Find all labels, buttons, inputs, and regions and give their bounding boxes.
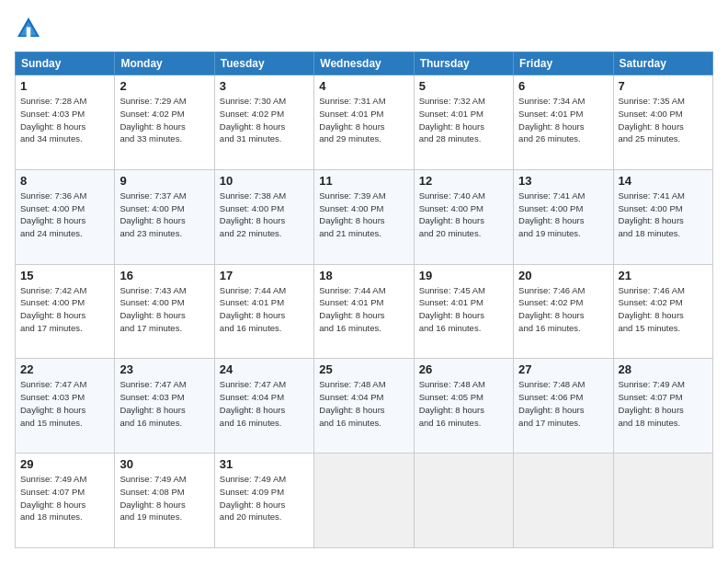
day-number: 3 (220, 79, 309, 93)
day-number: 7 (619, 79, 708, 93)
calendar-row-2: 15Sunrise: 7:42 AM Sunset: 4:00 PM Dayli… (16, 264, 713, 359)
day-info: Sunrise: 7:44 AM Sunset: 4:01 PM Dayligh… (220, 284, 309, 335)
day-info: Sunrise: 7:48 AM Sunset: 4:06 PM Dayligh… (518, 378, 608, 429)
svg-rect-2 (27, 28, 31, 38)
calendar-header-wednesday: Wednesday (314, 52, 414, 75)
calendar-cell-day-10: 10Sunrise: 7:38 AM Sunset: 4:00 PM Dayli… (214, 169, 313, 264)
calendar-table: SundayMondayTuesdayWednesdayThursdayFrid… (15, 52, 713, 548)
day-number: 5 (419, 79, 508, 93)
calendar-cell-day-15: 15Sunrise: 7:42 AM Sunset: 4:00 PM Dayli… (16, 264, 115, 359)
calendar-header-saturday: Saturday (613, 52, 712, 75)
calendar-row-1: 8Sunrise: 7:36 AM Sunset: 4:00 PM Daylig… (16, 169, 713, 264)
calendar-cell-day-22: 22Sunrise: 7:47 AM Sunset: 4:03 PM Dayli… (16, 359, 115, 454)
day-info: Sunrise: 7:46 AM Sunset: 4:02 PM Dayligh… (518, 284, 608, 335)
calendar-cell-day-25: 25Sunrise: 7:48 AM Sunset: 4:04 PM Dayli… (314, 359, 414, 454)
calendar-row-3: 22Sunrise: 7:47 AM Sunset: 4:03 PM Dayli… (16, 359, 713, 454)
calendar-cell-day-2: 2Sunrise: 7:29 AM Sunset: 4:02 PM Daylig… (115, 75, 214, 170)
day-info: Sunrise: 7:48 AM Sunset: 4:05 PM Dayligh… (419, 378, 508, 429)
calendar-row-0: 1Sunrise: 7:28 AM Sunset: 4:03 PM Daylig… (16, 75, 713, 170)
calendar-cell-day-12: 12Sunrise: 7:40 AM Sunset: 4:00 PM Dayli… (414, 169, 513, 264)
day-number: 16 (119, 269, 209, 282)
day-info: Sunrise: 7:31 AM Sunset: 4:01 PM Dayligh… (319, 95, 408, 145)
calendar-cell-day-28: 28Sunrise: 7:49 AM Sunset: 4:07 PM Dayli… (613, 359, 712, 454)
day-number: 4 (319, 79, 408, 93)
page: SundayMondayTuesdayWednesdayThursdayFrid… (0, 0, 728, 563)
calendar-cell-day-20: 20Sunrise: 7:46 AM Sunset: 4:02 PM Dayli… (514, 264, 613, 359)
day-info: Sunrise: 7:38 AM Sunset: 4:00 PM Dayligh… (220, 190, 309, 240)
day-number: 31 (220, 457, 309, 471)
day-number: 10 (220, 174, 309, 188)
day-number: 20 (518, 269, 608, 282)
day-info: Sunrise: 7:29 AM Sunset: 4:02 PM Dayligh… (119, 95, 209, 145)
calendar-cell-day-23: 23Sunrise: 7:47 AM Sunset: 4:03 PM Dayli… (115, 359, 214, 454)
day-info: Sunrise: 7:49 AM Sunset: 4:07 PM Dayligh… (20, 473, 109, 523)
day-info: Sunrise: 7:46 AM Sunset: 4:02 PM Dayligh… (619, 284, 708, 335)
day-info: Sunrise: 7:37 AM Sunset: 4:00 PM Dayligh… (119, 190, 209, 240)
calendar-cell-day-27: 27Sunrise: 7:48 AM Sunset: 4:06 PM Dayli… (514, 359, 613, 454)
calendar-cell-day-30: 30Sunrise: 7:49 AM Sunset: 4:08 PM Dayli… (115, 454, 214, 548)
day-number: 21 (619, 269, 708, 282)
calendar-header-monday: Monday (115, 52, 214, 75)
day-number: 25 (319, 362, 408, 376)
calendar-header-sunday: Sunday (16, 52, 115, 75)
day-number: 27 (518, 362, 608, 376)
calendar-cell-day-16: 16Sunrise: 7:43 AM Sunset: 4:00 PM Dayli… (115, 264, 214, 359)
calendar-cell-day-7: 7Sunrise: 7:35 AM Sunset: 4:00 PM Daylig… (613, 75, 712, 170)
day-number: 22 (20, 362, 109, 376)
calendar-cell-day-1: 1Sunrise: 7:28 AM Sunset: 4:03 PM Daylig… (16, 75, 115, 170)
calendar-cell-day-9: 9Sunrise: 7:37 AM Sunset: 4:00 PM Daylig… (115, 169, 214, 264)
day-number: 23 (119, 362, 209, 376)
day-number: 15 (20, 269, 109, 282)
day-number: 6 (518, 79, 608, 93)
day-info: Sunrise: 7:28 AM Sunset: 4:03 PM Dayligh… (20, 95, 109, 145)
calendar-cell-empty (613, 454, 712, 548)
calendar-cell-day-14: 14Sunrise: 7:41 AM Sunset: 4:00 PM Dayli… (613, 169, 712, 264)
calendar-cell-day-24: 24Sunrise: 7:47 AM Sunset: 4:04 PM Dayli… (214, 359, 313, 454)
day-number: 19 (419, 269, 508, 282)
day-info: Sunrise: 7:49 AM Sunset: 4:09 PM Dayligh… (220, 473, 309, 523)
day-number: 17 (220, 269, 309, 282)
header (15, 15, 713, 42)
calendar-header-friday: Friday (514, 52, 613, 75)
logo-icon (15, 15, 42, 42)
calendar-cell-empty (514, 454, 613, 548)
day-info: Sunrise: 7:49 AM Sunset: 4:08 PM Dayligh… (119, 473, 209, 523)
calendar-cell-day-21: 21Sunrise: 7:46 AM Sunset: 4:02 PM Dayli… (613, 264, 712, 359)
day-number: 13 (518, 174, 608, 188)
day-number: 11 (319, 174, 408, 188)
day-number: 14 (619, 174, 708, 188)
calendar-cell-day-11: 11Sunrise: 7:39 AM Sunset: 4:00 PM Dayli… (314, 169, 414, 264)
calendar-cell-day-3: 3Sunrise: 7:30 AM Sunset: 4:02 PM Daylig… (214, 75, 313, 170)
day-info: Sunrise: 7:48 AM Sunset: 4:04 PM Dayligh… (319, 378, 408, 429)
day-number: 9 (119, 174, 209, 188)
day-number: 26 (419, 362, 508, 376)
day-info: Sunrise: 7:43 AM Sunset: 4:00 PM Dayligh… (119, 284, 209, 335)
logo (15, 15, 44, 42)
calendar-header-tuesday: Tuesday (214, 52, 313, 75)
day-info: Sunrise: 7:47 AM Sunset: 4:03 PM Dayligh… (20, 378, 109, 429)
day-info: Sunrise: 7:34 AM Sunset: 4:01 PM Dayligh… (518, 95, 608, 145)
day-number: 30 (119, 457, 209, 471)
calendar-cell-day-17: 17Sunrise: 7:44 AM Sunset: 4:01 PM Dayli… (214, 264, 313, 359)
day-info: Sunrise: 7:35 AM Sunset: 4:00 PM Dayligh… (619, 95, 708, 145)
day-info: Sunrise: 7:42 AM Sunset: 4:00 PM Dayligh… (20, 284, 109, 335)
calendar-cell-empty (314, 454, 414, 548)
calendar-header-row: SundayMondayTuesdayWednesdayThursdayFrid… (16, 52, 713, 75)
day-info: Sunrise: 7:36 AM Sunset: 4:00 PM Dayligh… (20, 190, 109, 240)
calendar-cell-day-31: 31Sunrise: 7:49 AM Sunset: 4:09 PM Dayli… (214, 454, 313, 548)
day-info: Sunrise: 7:39 AM Sunset: 4:00 PM Dayligh… (319, 190, 408, 240)
calendar-cell-day-4: 4Sunrise: 7:31 AM Sunset: 4:01 PM Daylig… (314, 75, 414, 170)
calendar-row-4: 29Sunrise: 7:49 AM Sunset: 4:07 PM Dayli… (16, 454, 713, 548)
day-number: 18 (319, 269, 408, 282)
calendar-cell-day-8: 8Sunrise: 7:36 AM Sunset: 4:00 PM Daylig… (16, 169, 115, 264)
calendar-cell-day-29: 29Sunrise: 7:49 AM Sunset: 4:07 PM Dayli… (16, 454, 115, 548)
day-info: Sunrise: 7:30 AM Sunset: 4:02 PM Dayligh… (220, 95, 309, 145)
day-info: Sunrise: 7:32 AM Sunset: 4:01 PM Dayligh… (419, 95, 508, 145)
calendar-header-thursday: Thursday (414, 52, 513, 75)
day-info: Sunrise: 7:44 AM Sunset: 4:01 PM Dayligh… (319, 284, 408, 335)
calendar-cell-day-6: 6Sunrise: 7:34 AM Sunset: 4:01 PM Daylig… (514, 75, 613, 170)
calendar-cell-day-19: 19Sunrise: 7:45 AM Sunset: 4:01 PM Dayli… (414, 264, 513, 359)
calendar-cell-empty (414, 454, 513, 548)
calendar-cell-day-18: 18Sunrise: 7:44 AM Sunset: 4:01 PM Dayli… (314, 264, 414, 359)
day-info: Sunrise: 7:45 AM Sunset: 4:01 PM Dayligh… (419, 284, 508, 335)
